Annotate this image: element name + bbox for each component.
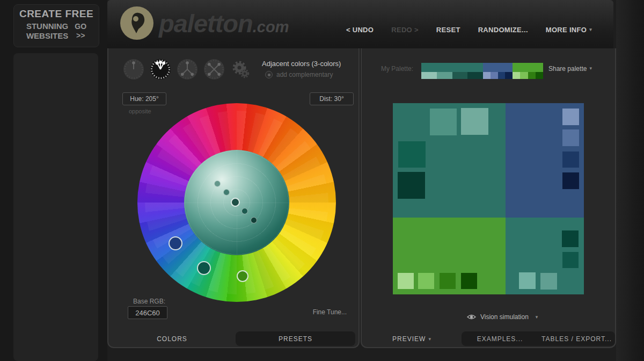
header: paletton .com < UNDO REDO > RESET RANDOM… xyxy=(107,0,613,48)
tab-presets[interactable]: PRESETS xyxy=(236,331,355,346)
shade-marker-darker-2[interactable] xyxy=(251,217,257,223)
right-inactive-tabs: EXAMPLES... TABLES / EXPORT... xyxy=(462,331,615,346)
palette-swatch[interactable] xyxy=(483,72,491,79)
vision-simulation-menu[interactable]: Vision simulation ▾ xyxy=(467,313,538,321)
palette-swatch[interactable] xyxy=(520,72,528,79)
fine-tune-link[interactable]: Fine Tune... xyxy=(313,308,347,316)
scheme-editor-panel: Adjacent colors (3-colors) add complemen… xyxy=(107,48,360,348)
reset-button[interactable]: RESET xyxy=(436,26,460,34)
chevron-down-icon: ▾ xyxy=(589,27,592,32)
undo-button[interactable]: < UNDO xyxy=(346,26,374,34)
ad-line-2: WEBSITES xyxy=(26,31,68,41)
paletton-app: CREATE FREE STUNNING WEBSITES GO >> pale… xyxy=(0,0,644,361)
my-palette-label: My Palette: xyxy=(381,65,413,73)
palette-swatch[interactable] xyxy=(437,72,452,79)
chevron-down-icon: ▾ xyxy=(536,314,538,320)
tab-colors[interactable]: COLORS xyxy=(108,332,236,346)
shade-marker-darker-1[interactable] xyxy=(241,208,248,214)
ad-banner[interactable]: CREATE FREE STUNNING WEBSITES GO >> xyxy=(13,4,99,47)
preview-swatch[interactable] xyxy=(562,252,579,268)
ad-cta-arrows: >> xyxy=(75,31,86,40)
palette-swatch[interactable] xyxy=(498,72,506,79)
palette-swatch[interactable] xyxy=(505,72,513,79)
share-palette-link[interactable]: Share palette▾ xyxy=(548,65,592,73)
palette-swatch[interactable] xyxy=(536,72,543,79)
palette-swatch[interactable] xyxy=(491,72,498,79)
hue-marker-secondary-blue[interactable] xyxy=(169,236,182,250)
tab-preview[interactable]: PREVIEW ▾ xyxy=(362,332,462,346)
palette-swatch[interactable] xyxy=(528,72,536,79)
hue-marker-secondary-green[interactable] xyxy=(237,270,248,282)
eye-icon xyxy=(467,314,476,320)
palette-swatch[interactable] xyxy=(452,72,468,79)
scheme-tetrad-button[interactable] xyxy=(203,59,225,80)
ad-line-1: STUNNING xyxy=(26,21,68,31)
preview-swatch[interactable] xyxy=(540,273,557,290)
chevron-down-icon: ▾ xyxy=(428,336,431,342)
add-complementary-label: add complementary xyxy=(276,71,333,78)
preview-swatch[interactable] xyxy=(398,172,425,199)
adjacent-scheme-icon xyxy=(150,59,171,80)
ad-cta-go: GO xyxy=(75,22,86,31)
ad-text: STUNNING WEBSITES xyxy=(26,21,68,41)
redo-button[interactable]: REDO > xyxy=(391,26,419,34)
monochromatic-scheme-icon xyxy=(123,59,144,80)
scheme-adjacent-button[interactable] xyxy=(150,59,171,80)
preview-swatch[interactable] xyxy=(519,272,536,289)
palette-swatch[interactable] xyxy=(421,72,437,79)
base-rgb-label: Base RGB: xyxy=(133,298,165,305)
logo-tld: .com xyxy=(253,18,289,36)
preview-swatch[interactable] xyxy=(562,151,579,168)
palette-group-secondary-blue[interactable] xyxy=(483,63,513,79)
paletton-logo[interactable]: paletton .com xyxy=(120,6,289,40)
tetrad-scheme-icon xyxy=(203,59,225,80)
preview-swatch[interactable] xyxy=(398,273,414,289)
palette-preview-mosaic[interactable] xyxy=(393,103,584,294)
freestyle-scheme-icon xyxy=(230,59,251,80)
palette-swatch[interactable] xyxy=(513,63,543,72)
scheme-title: Adjacent colors (3-colors) xyxy=(262,60,341,68)
palette-group-primary-teal[interactable] xyxy=(421,63,483,79)
preview-swatch[interactable] xyxy=(418,273,434,289)
hue-marker-base-teal[interactable] xyxy=(197,261,211,275)
preview-swatch[interactable] xyxy=(430,109,457,135)
preview-swatch[interactable] xyxy=(562,230,579,247)
scheme-monochromatic-button[interactable] xyxy=(123,59,144,80)
preview-swatch[interactable] xyxy=(461,273,477,289)
randomize-button[interactable]: RANDOMIZE... xyxy=(478,26,528,34)
color-wheel[interactable] xyxy=(137,103,336,302)
preview-swatch[interactable] xyxy=(562,129,579,146)
scheme-triad-button[interactable] xyxy=(177,59,198,80)
shade-marker-lighter-2[interactable] xyxy=(214,180,221,187)
preview-swatch[interactable] xyxy=(461,108,488,135)
palette-swatch[interactable] xyxy=(513,72,520,79)
chevron-down-icon: ▾ xyxy=(589,66,592,71)
shade-marker-base[interactable] xyxy=(231,198,240,207)
shade-marker-lighter-1[interactable] xyxy=(223,189,230,196)
scheme-freestyle-button[interactable] xyxy=(230,59,251,80)
palette-preview-panel: My Palette: xyxy=(361,48,616,348)
base-rgb-input[interactable] xyxy=(128,306,167,319)
logo-wordmark: paletton xyxy=(159,9,253,38)
palette-swatch[interactable] xyxy=(421,63,483,72)
paletton-logo-icon xyxy=(120,6,153,40)
preview-swatch[interactable] xyxy=(440,273,456,289)
preview-swatch[interactable] xyxy=(562,109,579,125)
preview-swatch[interactable] xyxy=(562,172,579,189)
add-complementary-toggle[interactable]: add complementary xyxy=(265,71,333,78)
tab-examples[interactable]: EXAMPLES... xyxy=(462,335,538,343)
header-nav: < UNDO REDO > RESET RANDOMIZE... MORE IN… xyxy=(346,26,592,34)
palette-swatch[interactable] xyxy=(467,72,483,79)
more-info-menu[interactable]: MORE INFO▾ xyxy=(546,26,592,34)
triad-scheme-icon xyxy=(177,59,198,80)
ad-cta[interactable]: GO >> xyxy=(75,22,86,40)
ad-headline: CREATE FREE xyxy=(14,8,99,20)
right-background xyxy=(616,0,644,361)
left-sidebar-panel xyxy=(13,53,98,361)
my-palette-strip[interactable] xyxy=(421,63,543,79)
palette-swatch[interactable] xyxy=(483,63,513,72)
tab-tables-export[interactable]: TABLES / EXPORT... xyxy=(538,335,615,343)
radio-icon[interactable] xyxy=(265,71,273,78)
preview-swatch[interactable] xyxy=(398,141,426,168)
palette-group-secondary-green[interactable] xyxy=(513,63,543,79)
